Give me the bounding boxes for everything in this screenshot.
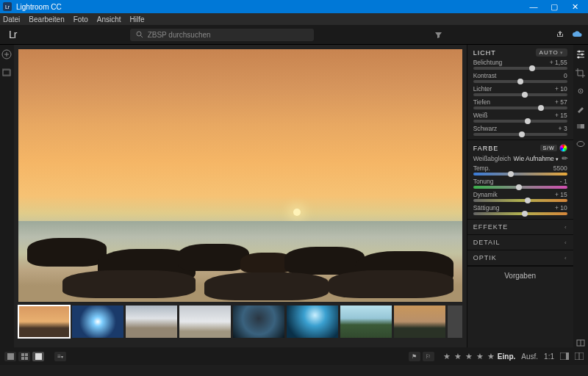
- slider-tonung[interactable]: Tonung- 1: [473, 178, 567, 189]
- svg-rect-21: [566, 352, 569, 360]
- search-input[interactable]: ZBSP durchsuchen: [130, 29, 314, 41]
- image-preview[interactable]: [18, 49, 462, 302]
- color-mixer-icon[interactable]: [559, 144, 567, 152]
- svg-rect-17: [21, 357, 24, 360]
- edit-sliders-icon[interactable]: [576, 49, 586, 59]
- filmstrip-thumb[interactable]: [287, 306, 338, 338]
- filmstrip-thumb[interactable]: [179, 306, 231, 338]
- crop-icon[interactable]: [576, 68, 585, 78]
- svg-rect-15: [21, 353, 24, 356]
- flag-pick-icon[interactable]: ⚑: [409, 352, 420, 361]
- search-icon: [136, 31, 143, 38]
- filter-icon[interactable]: [434, 31, 442, 39]
- left-rail: [0, 45, 14, 347]
- auto-button[interactable]: AUTO▾: [536, 48, 567, 57]
- chevron-left-icon: ‹: [564, 239, 567, 246]
- window-close-button[interactable]: ✕: [564, 2, 585, 12]
- filmstrip-thumb[interactable]: [448, 306, 462, 338]
- menu-datei[interactable]: Datei: [3, 15, 20, 24]
- panel-optik[interactable]: OPTIK‹: [467, 250, 573, 266]
- filmstrip: [17, 303, 464, 344]
- filmstrip-thumb[interactable]: [233, 306, 284, 338]
- my-photos-icon[interactable]: [2, 68, 11, 77]
- radial-gradient-icon[interactable]: [576, 140, 585, 148]
- chevron-left-icon: ‹: [564, 224, 567, 231]
- flag-reject-icon[interactable]: ⚐: [423, 352, 434, 361]
- lr-logo: Lr: [9, 29, 16, 40]
- farbe-title: FARBE: [473, 145, 499, 152]
- panel-toggle-icon[interactable]: [560, 352, 569, 360]
- sort-icon[interactable]: ≡▾: [54, 352, 66, 361]
- slider-wei[interactable]: Weiß+ 15: [473, 112, 567, 123]
- svg-rect-11: [577, 124, 581, 129]
- topbar: Lr ZBSP durchsuchen: [0, 25, 588, 45]
- menu-bearbeiten[interactable]: Bearbeiten: [29, 15, 64, 24]
- linear-gradient-icon[interactable]: [576, 122, 585, 131]
- view-detail-icon[interactable]: [32, 352, 44, 361]
- edit-panel: LICHT AUTO▾ Belichtung+ 1,55Kontrast0Lic…: [467, 45, 573, 347]
- slider-dynamik[interactable]: Dynamik+ 15: [473, 191, 567, 202]
- view-photogrid-icon[interactable]: [4, 352, 16, 361]
- view-squaregrid-icon[interactable]: [18, 352, 30, 361]
- filmstrip-thumb[interactable]: [394, 306, 445, 338]
- filmstrip-thumb[interactable]: [126, 306, 177, 338]
- licht-title: LICHT: [473, 49, 496, 57]
- svg-point-0: [137, 32, 141, 36]
- farbe-panel: FARBE S/W Weißabgleich Wie Aufnahme ▾ ✎ …: [467, 140, 573, 220]
- bottombar: ≡▾ ⚑ ⚐ ★ ★ ★ ★ ★ Einp. Ausf. 1:1: [0, 347, 588, 365]
- menu-ansicht[interactable]: Ansicht: [97, 15, 121, 24]
- search-placeholder: ZBSP durchsuchen: [148, 31, 211, 39]
- zoom-fill[interactable]: Ausf.: [521, 352, 538, 361]
- panel-detail[interactable]: DETAIL‹: [467, 235, 573, 250]
- eyedropper-icon[interactable]: ✎: [559, 153, 569, 163]
- menubar: DateiBearbeitenFotoAnsichtHilfe: [0, 13, 588, 25]
- svg-point-7: [577, 57, 579, 59]
- menu-foto[interactable]: Foto: [74, 15, 88, 24]
- main-body: LICHT AUTO▾ Belichtung+ 1,55Kontrast0Lic…: [0, 45, 588, 347]
- slider-tiefen[interactable]: Tiefen+ 57: [473, 98, 567, 109]
- zoom-1to1[interactable]: 1:1: [544, 352, 554, 361]
- svg-rect-14: [7, 353, 14, 360]
- slider-kontrast[interactable]: Kontrast0: [473, 72, 567, 83]
- info-toggle-icon[interactable]: [575, 352, 584, 360]
- zoom-fit[interactable]: Einp.: [498, 352, 515, 361]
- filmstrip-thumb[interactable]: [18, 306, 70, 338]
- chevron-left-icon: ‹: [564, 255, 567, 261]
- svg-point-12: [577, 142, 584, 147]
- svg-rect-16: [25, 353, 28, 356]
- wb-dropdown[interactable]: Wie Aufnahme ▾: [514, 155, 559, 162]
- svg-rect-19: [35, 353, 42, 360]
- panel-effekte[interactable]: EFFEKTE‹: [467, 220, 573, 235]
- bw-toggle[interactable]: S/W: [540, 145, 556, 151]
- menu-hilfe[interactable]: Hilfe: [130, 15, 145, 24]
- window-minimize-button[interactable]: ―: [523, 2, 544, 11]
- app-logo-icon: Lr: [3, 2, 12, 11]
- svg-point-6: [581, 54, 583, 56]
- svg-point-5: [578, 51, 580, 53]
- cloud-sync-icon[interactable]: [572, 30, 582, 39]
- presets-button[interactable]: Vorgaben: [467, 266, 573, 285]
- wb-label: Weißabgleich: [473, 155, 511, 162]
- licht-panel: LICHT AUTO▾ Belichtung+ 1,55Kontrast0Lic…: [467, 45, 573, 140]
- window-maximize-button[interactable]: ▢: [544, 2, 564, 12]
- center-area: [14, 45, 467, 347]
- slider-lichter[interactable]: Lichter+ 10: [473, 85, 567, 96]
- svg-line-1: [140, 36, 143, 38]
- svg-rect-18: [25, 357, 28, 360]
- original-toggle-icon[interactable]: [576, 339, 585, 347]
- rating-stars[interactable]: ★ ★ ★ ★ ★: [443, 352, 495, 361]
- slider-belichtung[interactable]: Belichtung+ 1,55: [473, 59, 567, 70]
- slider-schwarz[interactable]: Schwarz+ 3: [473, 125, 567, 136]
- share-icon[interactable]: [556, 30, 564, 39]
- healing-brush-icon[interactable]: [576, 87, 585, 95]
- add-photo-icon[interactable]: [1, 49, 12, 59]
- brush-icon[interactable]: [576, 104, 585, 113]
- svg-point-9: [580, 90, 581, 92]
- filmstrip-thumb[interactable]: [340, 306, 392, 338]
- titlebar: Lr Lightroom CC ― ▢ ✕: [0, 0, 588, 13]
- slider-sttigung[interactable]: Sättigung+ 10: [473, 204, 567, 215]
- slider-temp[interactable]: Temp.5500: [473, 164, 567, 176]
- window-title: Lightroom CC: [16, 3, 62, 11]
- filmstrip-thumb[interactable]: [72, 306, 123, 338]
- tool-rail: [573, 45, 588, 347]
